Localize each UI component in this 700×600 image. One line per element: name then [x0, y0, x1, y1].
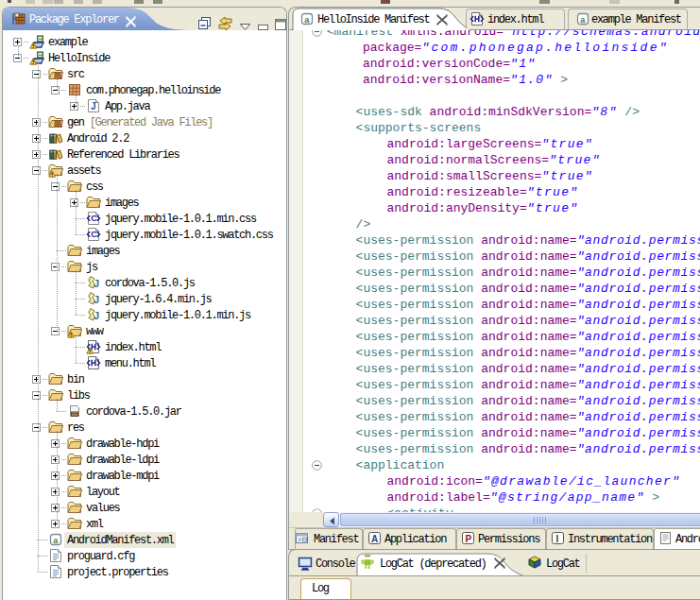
- svg-text:J: J: [94, 278, 99, 289]
- svg-text:A: A: [371, 534, 378, 544]
- svg-text:J: J: [91, 101, 95, 111]
- svg-text:J: J: [94, 294, 99, 305]
- svg-text:J: J: [94, 310, 99, 321]
